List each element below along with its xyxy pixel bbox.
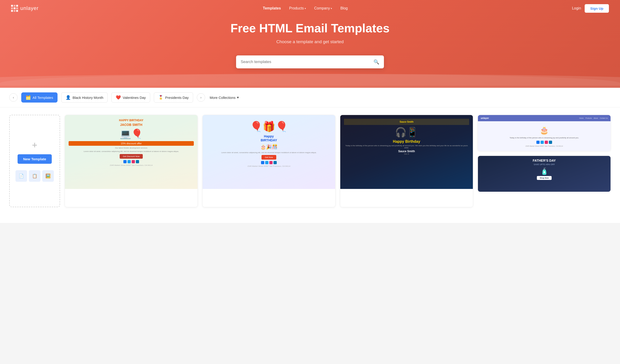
bday1-illustration: 💻🎈: [69, 128, 194, 139]
template-card-bday3[interactable]: Premium Sauce Smith 🎧📱 Happy Birthday To…: [340, 115, 473, 207]
products-dropdown-arrow: ▾: [305, 7, 306, 10]
facebook-icon: [123, 160, 127, 163]
nav-link-blog[interactable]: Blog: [340, 6, 348, 10]
nav-links: Templates Products ▾ Company ▾ Blog: [263, 6, 348, 10]
hero-title: Free HTML Email Templates: [231, 22, 390, 35]
doc-icon-3: 🖼️: [42, 170, 54, 182]
all-templates-icon: 🗂️: [26, 95, 31, 100]
bday3-date: Dec 8: [344, 153, 469, 155]
bday1-title: HAPPY BIRTHDAY: [69, 119, 194, 122]
bday2-twitter-icon: [265, 161, 268, 164]
nav-link-company[interactable]: Company ▾: [314, 6, 332, 10]
bday3-artist-band: Sauce Smith: [344, 119, 469, 125]
valentines-icon: ❤️: [116, 95, 121, 100]
card4-cake-icon: 🎂: [481, 126, 608, 135]
card4-address: 2345 Market Street 94567 San Francisco, …: [481, 145, 608, 147]
bday2-instagram-icon: [269, 161, 273, 164]
bday1-offer: 15% discount offer: [69, 141, 194, 146]
bday1-body: Lorem dolor sit amet, consectetur adipis…: [69, 150, 194, 153]
chevron-right-icon: ›: [200, 96, 202, 99]
bday2-footer: 2345 Market Street 94567 San Francisco, …: [206, 165, 331, 167]
bday3-name: Sauce Smith: [344, 150, 469, 153]
bday2-balloons: 🎈🎁🎈: [206, 121, 331, 133]
search-button[interactable]: 🔍: [373, 59, 379, 65]
card4-social: [481, 141, 608, 144]
filter-prev-button[interactable]: ‹: [9, 93, 17, 102]
card4-nav: Home Products About Contact Us: [579, 117, 608, 119]
search-input[interactable]: [241, 60, 373, 64]
template-grid: + New Template 📄 📋 🖼️ Premium HAPPY BIRT…: [9, 115, 611, 207]
bday2-linkedin-icon: [274, 161, 277, 164]
logo-icon: [11, 5, 18, 12]
bday2-facebook-icon: [261, 161, 264, 164]
nav-link-products[interactable]: Products ▾: [289, 6, 306, 10]
bday1-cta-button[interactable]: Get Discount Now: [120, 154, 143, 159]
bday1-footer: 2345 Market Street 94567 San Francisco, …: [69, 164, 194, 166]
nav-link-templates[interactable]: Templates: [263, 6, 281, 10]
doc-icon-1: 📄: [16, 170, 27, 182]
navbar: unlayer Templates Products ▾ Company ▾ B…: [0, 0, 620, 17]
template-column-4: Premium unlayer Home Products About Cont…: [478, 115, 611, 207]
template-card-card4[interactable]: Premium unlayer Home Products About Cont…: [478, 115, 611, 151]
card4-linkedin-icon: [549, 141, 552, 144]
bhm-icon: 👤: [66, 95, 71, 100]
template-card-bday2[interactable]: Premium 🎈🎁🎈 Happy BIRTHDAY 🎂🎉🎊 Lorem dol…: [202, 115, 335, 207]
hero-waves: [0, 69, 620, 88]
fday-title: FATHER'S DAY: [481, 159, 608, 162]
search-bar: 🔍: [236, 55, 384, 68]
fday-illustration: 🧴: [481, 167, 608, 175]
fday-shop-button[interactable]: Shop Now: [537, 176, 551, 180]
filter-bar: ‹ 🗂️ All Templates 👤 Black History Month…: [0, 88, 620, 107]
filter-chip-vday[interactable]: ❤️ Valentines Day: [111, 92, 150, 103]
bday3-body: Today is the birthday of the person who …: [344, 145, 469, 149]
filter-chip-all[interactable]: 🗂️ All Templates: [21, 92, 58, 103]
card4-body: 🎂 Today is the birthday of the person wh…: [478, 121, 611, 150]
chevron-left-icon: ‹: [13, 96, 14, 99]
card4-instagram-icon: [545, 141, 548, 144]
new-template-decorations: 📄 📋 🖼️: [16, 170, 54, 182]
card4-twitter-icon: [541, 141, 544, 144]
bday2-cta-button[interactable]: Get Now: [262, 155, 276, 160]
fday-save-text: SAVE UPTO 45% OFF: [481, 163, 608, 166]
bday2-title: Happy BIRTHDAY: [206, 135, 331, 142]
filter-next-button[interactable]: ›: [197, 93, 205, 102]
bday1-social-links: [69, 160, 194, 163]
card4-header: unlayer Home Products About Contact Us: [478, 115, 611, 121]
template-card-bday1[interactable]: Premium HAPPY BIRTHDAY JACOB SMITH 💻🎈 15…: [65, 115, 198, 207]
template-card-fathersday[interactable]: FATHER'S DAY SAVE UPTO 45% OFF 🧴 Shop No…: [478, 156, 611, 192]
twitter-icon: [127, 160, 131, 163]
login-button[interactable]: Login: [572, 6, 581, 10]
bday2-body: Lorem dolor sit amet, consectetur adipis…: [206, 152, 331, 153]
new-template-card[interactable]: + New Template 📄 📋 🖼️: [9, 115, 60, 207]
filter-chip-bhm[interactable]: 👤 Black History Month: [61, 92, 108, 103]
card4-text: Today is the birthday of the person who …: [481, 136, 608, 139]
more-collections-button[interactable]: More Collections ▾: [209, 93, 240, 102]
doc-icon-2: 📋: [29, 170, 40, 182]
filter-chip-presidents[interactable]: 🎖️ Presidents Day: [154, 92, 193, 103]
logo-text: unlayer: [20, 5, 39, 11]
signup-button[interactable]: Sign Up: [585, 4, 609, 13]
card4-facebook-icon: [536, 141, 540, 144]
logo[interactable]: unlayer: [11, 5, 39, 12]
bday1-name: JACOB SMITH: [69, 123, 194, 127]
template-preview-fathersday: FATHER'S DAY SAVE UPTO 45% OFF 🧴 Shop No…: [478, 156, 611, 192]
presidents-icon: 🎖️: [158, 95, 163, 100]
template-section: + New Template 📄 📋 🖼️ Premium HAPPY BIRT…: [0, 107, 620, 223]
template-preview-card4: unlayer Home Products About Contact Us 🎂…: [478, 115, 611, 151]
bday2-emoji: 🎂🎉🎊: [206, 144, 331, 150]
company-dropdown-arrow: ▾: [331, 7, 332, 10]
bday1-offer-sub: Our latest Mobile development services: [69, 147, 194, 149]
bday3-illustration: 🎧📱: [344, 127, 469, 138]
nav-actions: Login Sign Up: [572, 4, 609, 13]
instagram-icon: [132, 160, 135, 163]
bday3-title: Happy Birthday: [344, 139, 469, 144]
template-preview-bday2: 🎈🎁🎈 Happy BIRTHDAY 🎂🎉🎊 Lorem dolor sit a…: [202, 115, 335, 189]
bday2-social-links: [206, 161, 331, 164]
new-template-button[interactable]: New Template: [17, 154, 52, 164]
template-preview-bday3: Sauce Smith 🎧📱 Happy Birthday Today is t…: [340, 115, 473, 189]
template-preview-bday1: HAPPY BIRTHDAY JACOB SMITH 💻🎈 15% discou…: [65, 115, 198, 189]
more-collections-chevron-icon: ▾: [237, 95, 239, 100]
hero-subtitle: Choose a template and get started: [276, 39, 344, 44]
search-icon: 🔍: [373, 59, 379, 64]
linkedin-icon: [136, 160, 139, 163]
